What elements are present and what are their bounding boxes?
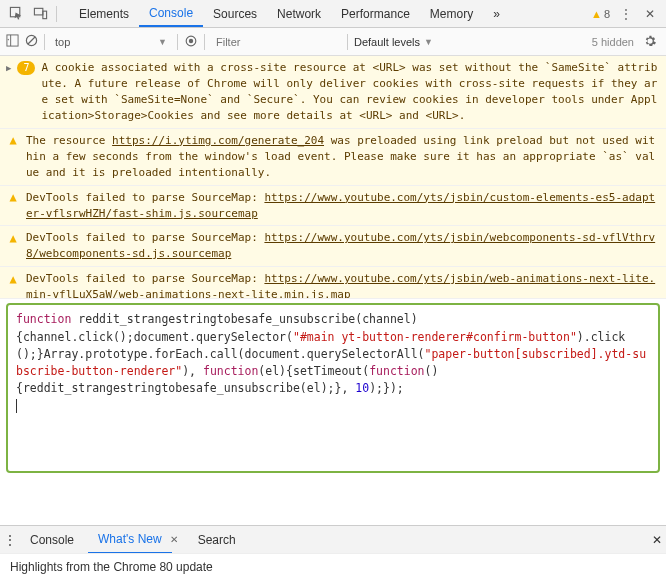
tab-sources[interactable]: Sources [203,0,267,27]
warning-icon: ▲ [6,272,20,286]
chevron-down-icon: ▼ [424,37,433,47]
warning-icon: ▲ [6,134,20,148]
svg-marker-5 [7,39,8,41]
warning-count[interactable]: ▲ 8 [591,8,610,20]
console-message[interactable]: ▲ DevTools failed to parse SourceMap: ht… [0,226,666,267]
tab-memory[interactable]: Memory [420,0,483,27]
separator [44,34,45,50]
chevron-down-icon: ▼ [158,37,167,47]
warning-icon: ▲ [6,191,20,205]
svg-rect-3 [7,35,18,46]
clear-console-icon[interactable] [25,34,38,49]
console-message[interactable]: ▲ The resource https://i.ytimg.com/gener… [0,129,666,186]
panel-tabs: Elements Console Sources Network Perform… [69,0,510,27]
tab-elements[interactable]: Elements [69,0,139,27]
gear-icon[interactable] [640,34,660,50]
close-panel-icon[interactable]: ✕ [638,2,662,26]
separator [177,34,178,50]
expand-icon[interactable]: ▶ [6,62,11,124]
console-message[interactable]: ▲ DevTools failed to parse SourceMap: ht… [0,267,666,299]
separator [56,6,57,22]
warning-icon: ▲ [6,231,20,245]
separator [347,34,348,50]
drawer-tab-whats-new[interactable]: What's New [88,527,172,554]
svg-rect-1 [34,8,42,15]
kebab-menu-icon[interactable]: ⋮ [4,533,16,547]
drawer-tab-console[interactable]: Console [20,526,84,553]
message-text: The resource https://i.ytimg.com/generat… [26,133,660,181]
levels-label: Default levels [354,36,420,48]
context-selector[interactable]: top ▼ [51,36,171,48]
hidden-count[interactable]: 5 hidden [592,36,634,48]
drawer-tab-search[interactable]: Search [188,526,246,553]
console-message[interactable]: ▲ DevTools failed to parse SourceMap: ht… [0,186,666,227]
message-count-badge: 7 [17,61,35,75]
message-text: A cookie associated with a cross-site re… [41,60,660,124]
message-text: DevTools failed to parse SourceMap: http… [26,271,660,294]
filter-input[interactable] [211,33,341,51]
live-expression-icon[interactable] [184,34,198,50]
svg-point-9 [189,38,193,42]
warning-icon: ▲ [591,8,602,20]
console-message-group[interactable]: ▶ 7 A cookie associated with a cross-sit… [0,56,666,129]
separator [204,34,205,50]
close-icon[interactable]: ✕ [170,534,184,545]
message-text: DevTools failed to parse SourceMap: http… [26,230,660,262]
toggle-sidebar-icon[interactable] [6,34,19,49]
tab-network[interactable]: Network [267,0,331,27]
context-label: top [55,36,70,48]
warning-count-value: 8 [604,8,610,20]
drawer-content: Highlights from the Chrome 80 update [0,553,666,579]
log-levels-selector[interactable]: Default levels ▼ [354,36,433,48]
kebab-menu-icon[interactable]: ⋮ [614,2,638,26]
console-output[interactable]: ▶ 7 A cookie associated with a cross-sit… [0,56,666,525]
message-text: DevTools failed to parse SourceMap: http… [26,190,660,222]
tab-performance[interactable]: Performance [331,0,420,27]
console-input[interactable]: function reddit_strangestringtobesafe_un… [6,303,660,473]
tab-overflow[interactable]: » [483,0,510,27]
svg-rect-2 [42,11,46,19]
tab-console[interactable]: Console [139,0,203,27]
inspect-icon[interactable] [4,2,28,26]
close-drawer-icon[interactable]: ✕ [652,533,662,547]
message-link[interactable]: https://i.ytimg.com/generate_204 [112,134,324,147]
device-toolbar-icon[interactable] [28,2,52,26]
svg-line-7 [28,37,35,44]
